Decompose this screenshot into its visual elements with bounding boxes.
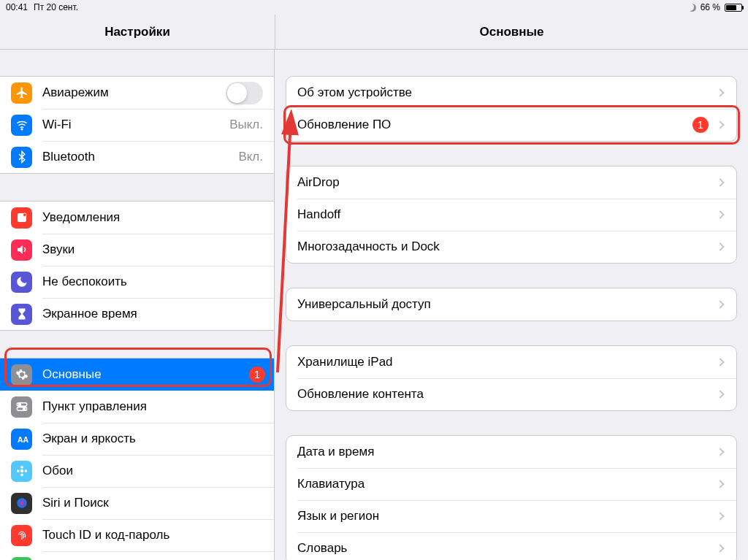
sidebar-item-label: Экран и яркость [42, 431, 274, 446]
chevron-right-icon [716, 178, 724, 186]
gear-icon [11, 364, 32, 386]
svg-point-4 [18, 404, 20, 406]
main-item-dictionary[interactable]: Словарь [286, 532, 736, 560]
sidebar-item-wifi[interactable]: Wi-Fi Выкл. [0, 109, 274, 141]
moon-icon [11, 272, 32, 293]
chevron-right-icon [716, 358, 724, 366]
svg-point-11 [16, 469, 19, 472]
sidebar-item-label: Основные [42, 367, 249, 382]
chevron-right-icon [716, 544, 724, 552]
main-item-about[interactable]: Об этом устройстве [286, 77, 736, 109]
sidebar-item-label: Не беспокоить [42, 275, 274, 289]
main-item-label: Об этом устройстве [297, 85, 717, 100]
chevron-right-icon [716, 448, 724, 456]
svg-point-0 [21, 129, 23, 130]
sidebar-item-label: Siri и Поиск [42, 496, 274, 510]
notifications-icon [11, 207, 32, 229]
badge: 1 [692, 117, 709, 133]
main-item-label: Клавиатура [297, 477, 717, 491]
sidebar-item-label: Авиарежим [42, 85, 226, 100]
sidebar-item-label: Wi-Fi [42, 118, 229, 132]
chevron-right-icon [716, 480, 724, 488]
chevron-right-icon [716, 242, 724, 250]
display-icon: AA [11, 429, 32, 450]
sidebar-item-airplane[interactable]: Авиарежим [0, 77, 274, 109]
main-item-label: Язык и регион [297, 509, 717, 523]
chevron-right-icon [716, 88, 724, 96]
main-item-keyboard[interactable]: Клавиатура [286, 468, 736, 500]
svg-point-13 [17, 498, 27, 508]
battery-label: 66 % [701, 2, 720, 12]
sidebar-item-label: Уведомления [42, 210, 274, 225]
main-item-datetime[interactable]: Дата и время [286, 436, 736, 468]
siri-icon [11, 493, 32, 514]
main-item-label: Дата и время [297, 445, 717, 459]
bluetooth-value: Вкл. [238, 150, 263, 164]
sidebar-item-label: Экранное время [42, 307, 274, 321]
sidebar-item-label: Пункт управления [42, 399, 274, 414]
sidebar-item-label: Bluetooth [42, 150, 238, 164]
sidebar-item-dnd[interactable]: Не беспокоить [0, 266, 274, 298]
svg-point-10 [20, 473, 23, 476]
main-item-label: Словарь [297, 541, 717, 556]
main-item-label: Хранилище iPad [297, 355, 717, 369]
status-date: Пт 20 сент. [34, 2, 78, 12]
main-item-label: Многозадачность и Dock [297, 239, 717, 254]
sidebar-item-sounds[interactable]: Звуки [0, 234, 274, 266]
airplane-icon [11, 83, 32, 104]
bluetooth-icon [11, 147, 32, 168]
sidebar-item-label: Звуки [42, 242, 274, 257]
main-item-airdrop[interactable]: AirDrop [286, 166, 736, 199]
badge: 1 [249, 367, 265, 383]
main-pane: Об этом устройстве Обновление ПО 1 AirDr… [275, 50, 748, 560]
airplane-toggle[interactable] [226, 82, 263, 104]
main-item-multitasking[interactable]: Многозадачность и Dock [286, 231, 736, 263]
main-item-accessibility[interactable]: Универсальный доступ [286, 288, 736, 321]
toggle-icon [11, 396, 32, 418]
battery-icon [725, 4, 742, 12]
settings-sidebar: Авиарежим Wi-Fi Выкл. Bluetooth Вкл. Уве… [0, 50, 275, 560]
chevron-right-icon [716, 300, 724, 308]
flower-icon [11, 461, 32, 482]
sidebar-item-label: Touch ID и код-пароль [42, 528, 274, 542]
svg-text:AA: AA [18, 435, 28, 444]
battery-icon [11, 557, 32, 561]
sidebar-item-general[interactable]: Основные 1 [0, 358, 274, 391]
main-item-label: Handoff [297, 207, 717, 222]
sidebar-item-notifications[interactable]: Уведомления [0, 202, 274, 234]
sidebar-item-battery[interactable]: Аккумулятор [0, 551, 274, 560]
main-item-label: AirDrop [297, 175, 717, 190]
chevron-right-icon [716, 390, 724, 398]
sidebar-item-siri[interactable]: Siri и Поиск [0, 487, 274, 519]
hourglass-icon [11, 304, 32, 325]
main-item-label: Обновление ПО [297, 118, 692, 132]
main-title: Основные [275, 15, 748, 50]
main-item-storage[interactable]: Хранилище iPad [286, 346, 736, 378]
main-item-background-refresh[interactable]: Обновление контента [286, 378, 736, 410]
sidebar-item-control-center[interactable]: Пункт управления [0, 391, 274, 423]
wifi-value: Выкл. [229, 118, 263, 132]
svg-point-8 [20, 469, 23, 473]
main-item-label: Универсальный доступ [297, 297, 717, 312]
main-item-label: Обновление контента [297, 387, 717, 402]
main-item-handoff[interactable]: Handoff [286, 199, 736, 231]
chevron-right-icon [716, 512, 724, 520]
status-bar: 00:41 Пт 20 сент. 66 % [0, 0, 748, 15]
sidebar-item-touchid[interactable]: Touch ID и код-пароль [0, 519, 274, 551]
sidebar-title: Настройки [0, 15, 275, 50]
main-item-language[interactable]: Язык и регион [286, 500, 736, 532]
status-time: 00:41 [6, 2, 28, 12]
fingerprint-icon [11, 525, 32, 546]
sidebar-item-wallpaper[interactable]: Обои [0, 455, 274, 487]
svg-point-12 [24, 469, 27, 472]
wifi-icon [11, 115, 32, 136]
sidebar-item-label: Обои [42, 464, 274, 478]
chevron-right-icon [716, 120, 724, 129]
sidebar-item-display[interactable]: AA Экран и яркость [0, 423, 274, 455]
chevron-right-icon [716, 210, 724, 218]
main-item-software-update[interactable]: Обновление ПО 1 [286, 109, 736, 141]
dnd-icon [688, 4, 696, 12]
sidebar-item-bluetooth[interactable]: Bluetooth Вкл. [0, 141, 274, 173]
sidebar-item-screentime[interactable]: Экранное время [0, 298, 274, 330]
sounds-icon [11, 239, 32, 261]
